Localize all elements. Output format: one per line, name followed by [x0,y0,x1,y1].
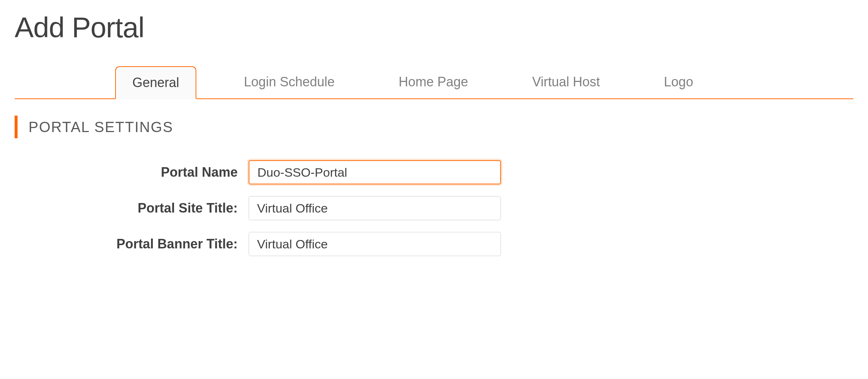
tab-general[interactable]: General [115,66,196,99]
portal-name-label: Portal Name [15,165,249,180]
section-title: PORTAL SETTINGS [29,119,173,135]
tab-home-page[interactable]: Home Page [382,66,484,98]
section-marker [15,116,18,138]
portal-banner-title-input[interactable] [249,232,501,256]
tab-login-schedule[interactable]: Login Schedule [227,66,351,98]
portal-site-title-label: Portal Site Title: [15,200,249,216]
tabs-container: General Login Schedule Home Page Virtual… [15,66,853,99]
portal-site-title-input[interactable] [249,196,501,220]
portal-banner-title-label: Portal Banner Title: [15,236,249,252]
form-row-portal-banner-title: Portal Banner Title: [15,232,853,256]
portal-name-input[interactable] [249,160,501,184]
tab-virtual-host[interactable]: Virtual Host [516,66,616,98]
section-header: PORTAL SETTINGS [15,116,853,138]
tab-logo[interactable]: Logo [648,66,710,98]
form-row-portal-name: Portal Name [15,160,853,184]
page-title: Add Portal [15,11,853,44]
form-row-portal-site-title: Portal Site Title: [15,196,853,220]
